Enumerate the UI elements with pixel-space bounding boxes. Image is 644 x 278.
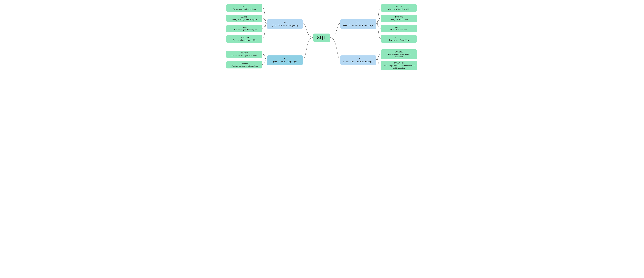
category-title: DCL bbox=[282, 57, 287, 60]
category-node-dml[interactable]: DML (Data Manipulation Language)+ bbox=[340, 19, 376, 29]
leaf-node-select[interactable]: SELECTRetrieve data from tables bbox=[381, 35, 417, 43]
leaf-title: INSERT bbox=[396, 6, 402, 8]
root-node-sql[interactable]: SQL bbox=[313, 34, 330, 42]
leaf-title: GRANT bbox=[241, 52, 248, 54]
leaf-node-commit[interactable]: COMMITSave database changes and end tran… bbox=[381, 49, 417, 59]
category-title: TCL bbox=[356, 57, 360, 60]
leaf-node-delete[interactable]: DELETEDelete data from table bbox=[381, 25, 417, 32]
leaf-desc: Retrieve data from tables bbox=[389, 39, 408, 41]
leaf-desc: Withdraw access rights to database bbox=[231, 65, 258, 67]
leaf-title: ALTER bbox=[241, 16, 248, 18]
leaf-node-update[interactable]: UPDATEModify the data in table bbox=[381, 15, 417, 22]
category-subtitle: (Data Manipulation Language)+ bbox=[343, 24, 373, 27]
svg-point-2 bbox=[376, 23, 378, 24]
leaf-desc: Creates new database objects bbox=[233, 8, 256, 11]
svg-point-1 bbox=[266, 59, 267, 60]
category-subtitle: (Data Control Language) bbox=[273, 60, 297, 63]
category-subtitle: (Data Definition Language) bbox=[272, 24, 298, 27]
leaf-desc: Delete existing database objects bbox=[232, 29, 257, 31]
leaf-node-rollback[interactable]: ROLLBACKUndo changes that are not commit… bbox=[381, 61, 417, 70]
leaf-title: CREATE bbox=[241, 6, 248, 8]
leaf-title: TRUNCATE bbox=[239, 37, 249, 39]
leaf-title: COMMIT bbox=[395, 51, 403, 53]
leaf-node-insert[interactable]: INSERTCreate new Rows in a table bbox=[381, 4, 417, 12]
leaf-node-revoke[interactable]: REVOKEWithdraw access rights to database bbox=[226, 61, 262, 69]
leaf-desc: Modify existing database objects bbox=[232, 18, 257, 21]
category-node-dcl[interactable]: DCL (Data Control Language) bbox=[267, 56, 303, 65]
category-title: DDL bbox=[282, 21, 287, 24]
leaf-node-drop[interactable]: DROPDelete existing database objects bbox=[226, 25, 262, 32]
leaf-desc: Undo changes that are not committed and … bbox=[383, 64, 415, 69]
leaf-desc: Delete data from table bbox=[390, 29, 408, 31]
svg-point-0 bbox=[266, 23, 267, 24]
leaf-title: ROLLBACK bbox=[394, 62, 404, 64]
leaf-node-create[interactable]: CREATECreates new database objects bbox=[226, 4, 262, 12]
leaf-desc: Provide Access rights to database bbox=[232, 54, 257, 57]
leaf-node-truncate[interactable]: TRUNCATERemove all rows from a table bbox=[226, 35, 262, 43]
leaf-title: SELECT bbox=[396, 37, 402, 39]
leaf-desc: Remove all rows from a table bbox=[233, 39, 256, 41]
category-node-tcl[interactable]: TCL (Transaction Control Language) bbox=[340, 56, 376, 65]
leaf-title: REVOKE bbox=[240, 62, 248, 65]
leaf-title: DELETE bbox=[395, 26, 403, 29]
category-node-ddl[interactable]: DDL (Data Definition Language) bbox=[267, 19, 303, 29]
category-title: DML bbox=[356, 21, 361, 24]
leaf-desc: Modify the data in table bbox=[390, 18, 408, 21]
svg-point-3 bbox=[376, 59, 378, 60]
root-label: SQL bbox=[317, 35, 326, 41]
mindmap-canvas: SQL DDL (Data Definition Language) DCL (… bbox=[223, 0, 421, 74]
leaf-title: DROP bbox=[242, 26, 247, 29]
leaf-node-grant[interactable]: GRANTProvide Access rights to database bbox=[226, 51, 262, 58]
leaf-desc: Create new Rows in a table bbox=[388, 8, 410, 11]
leaf-node-alter[interactable]: ALTERModify existing database objects bbox=[226, 15, 262, 22]
leaf-desc: Save database changes and end transactio… bbox=[383, 53, 415, 58]
leaf-title: UPDATE bbox=[395, 16, 403, 18]
category-subtitle: (Transaction Control Language) bbox=[344, 60, 373, 63]
